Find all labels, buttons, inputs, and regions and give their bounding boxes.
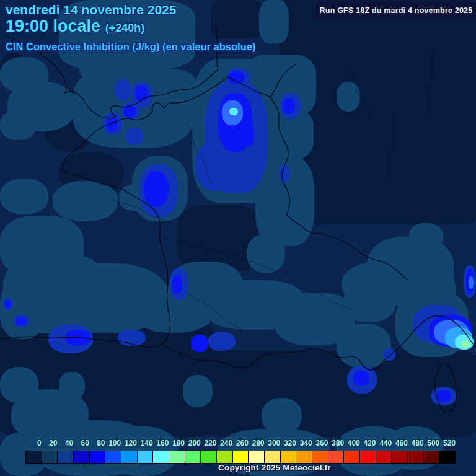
copyright-text: Copyright 2025 Meteociel.fr (218, 463, 331, 472)
valid-date: vendredi 14 novembre 2025 (6, 2, 255, 17)
header-block: vendredi 14 novembre 2025 19:00 locale (… (6, 2, 255, 53)
valid-time-text: 19:00 locale (6, 17, 100, 35)
coastline-borders (0, 0, 476, 476)
run-info-text: Run GFS 18Z du mardi 4 novembre 2025 (320, 6, 473, 15)
valid-time: 19:00 locale (+240h) (6, 17, 255, 35)
run-info-box: Run GFS 18Z du mardi 4 novembre 2025 (316, 2, 476, 18)
weather-map-page: vendredi 14 novembre 2025 19:00 locale (… (0, 0, 476, 476)
parameter-title: CIN Convective Inhibition (J/kg) (en val… (6, 41, 255, 53)
forecast-offset: (+240h) (105, 22, 145, 34)
